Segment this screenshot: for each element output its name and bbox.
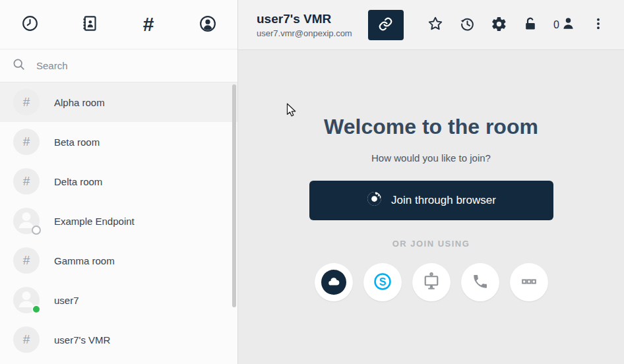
browser-firefox-icon: [366, 191, 383, 210]
nav-tab-recents[interactable]: [15, 10, 44, 39]
vmr-app-window: # # Alpha room # Beta room: [0, 0, 624, 364]
list-item-user7[interactable]: user7: [0, 280, 237, 320]
avatar: #: [13, 168, 40, 195]
search-bar: [0, 49, 237, 82]
list-item-label: Delta room: [54, 176, 102, 187]
join-via-video-system-button[interactable]: [412, 263, 451, 301]
copy-link-button[interactable]: [368, 10, 404, 40]
history-icon: [459, 16, 476, 34]
room-address: user7.vmr@onpexip.com: [257, 28, 352, 38]
sidebar: # # Alpha room # Beta room: [0, 0, 238, 364]
sidebar-nav-bar: #: [0, 0, 237, 49]
list-item-label: Beta room: [54, 136, 100, 148]
participant-count[interactable]: 0: [553, 16, 576, 34]
list-item-gamma-room[interactable]: # Gamma room: [0, 241, 237, 280]
search-icon: [12, 57, 26, 74]
nav-tab-profile[interactable]: [193, 10, 222, 39]
avatar: #: [13, 129, 40, 155]
join-button-label: Join through browser: [391, 194, 496, 207]
person-circle-icon: [199, 15, 217, 35]
address-book-icon: [80, 15, 98, 34]
nav-tab-rooms[interactable]: #: [134, 10, 163, 39]
hash-avatar-icon: #: [23, 253, 30, 268]
lock-icon: [522, 16, 538, 34]
list-item-delta-room[interactable]: # Delta room: [0, 162, 237, 201]
hash-avatar-icon: #: [23, 332, 30, 347]
welcome-title: Welcome to the room: [324, 115, 538, 139]
join-via-dialpad-button[interactable]: [510, 263, 548, 301]
welcome-subtitle: How would you like to join?: [371, 152, 491, 164]
participant-count-value: 0: [553, 19, 559, 31]
svg-text:S: S: [379, 276, 386, 287]
list-item-example-endpoint[interactable]: Example Endpoint: [0, 201, 237, 241]
more-options-button[interactable]: [591, 16, 606, 33]
skype-icon: S: [372, 271, 393, 294]
list-item-beta-room[interactable]: # Beta room: [0, 122, 237, 162]
link-icon: [378, 16, 393, 34]
join-through-browser-button[interactable]: Join through browser: [309, 181, 553, 220]
contact-list: # Alpha room # Beta room # Delta room Ex…: [0, 82, 237, 359]
settings-button[interactable]: [491, 16, 507, 34]
clock-icon: [21, 15, 39, 34]
hash-avatar-icon: #: [23, 95, 30, 109]
hash-avatar-icon: #: [23, 174, 30, 189]
presence-online-badge: [32, 305, 41, 314]
header-actions: 0: [427, 15, 606, 34]
list-item-label: Gamma room: [54, 255, 115, 266]
avatar: #: [13, 247, 40, 274]
hash-icon: #: [143, 15, 154, 34]
sidebar-scrollbar[interactable]: [232, 84, 236, 307]
avatar: #: [13, 89, 40, 115]
gear-icon: [491, 16, 507, 34]
search-input[interactable]: [36, 60, 226, 71]
list-item-label: user7's VMR: [54, 334, 110, 346]
list-item-user7s-vmr[interactable]: # user7's VMR: [0, 320, 237, 359]
list-item-label: user7: [54, 295, 79, 306]
nav-tab-contacts[interactable]: [75, 10, 104, 39]
cloud-icon: [321, 270, 346, 295]
presence-offline-badge: [32, 226, 41, 235]
list-item-label: Example Endpoint: [54, 216, 135, 227]
hash-avatar-icon: #: [23, 135, 30, 149]
room-title: user7's VMR: [257, 12, 352, 26]
star-icon: [427, 15, 444, 34]
join-method-row: S: [315, 263, 548, 301]
avatar: [13, 208, 40, 234]
or-join-using-label: OR JOIN USING: [392, 239, 470, 249]
participant-icon: [561, 16, 576, 34]
room-title-block: user7's VMR user7.vmr@onpexip.com: [257, 12, 352, 38]
history-button[interactable]: [459, 16, 476, 34]
video-system-icon: [421, 272, 441, 293]
room-header: user7's VMR user7.vmr@onpexip.com: [238, 0, 624, 50]
avatar: #: [13, 326, 40, 353]
join-via-cloud-button[interactable]: [315, 263, 353, 301]
avatar: [13, 287, 40, 313]
phone-icon: [472, 273, 489, 292]
list-item-alpha-room[interactable]: # Alpha room: [0, 82, 237, 122]
favorite-button[interactable]: [427, 15, 444, 34]
kebab-icon: [591, 16, 606, 33]
list-item-label: Alpha room: [54, 97, 105, 108]
lock-room-button[interactable]: [522, 16, 538, 34]
join-via-phone-button[interactable]: [461, 263, 499, 301]
dialpad-icon: [520, 272, 538, 293]
join-via-skype-button[interactable]: S: [363, 263, 402, 301]
welcome-panel: Welcome to the room How would you like t…: [238, 50, 624, 364]
